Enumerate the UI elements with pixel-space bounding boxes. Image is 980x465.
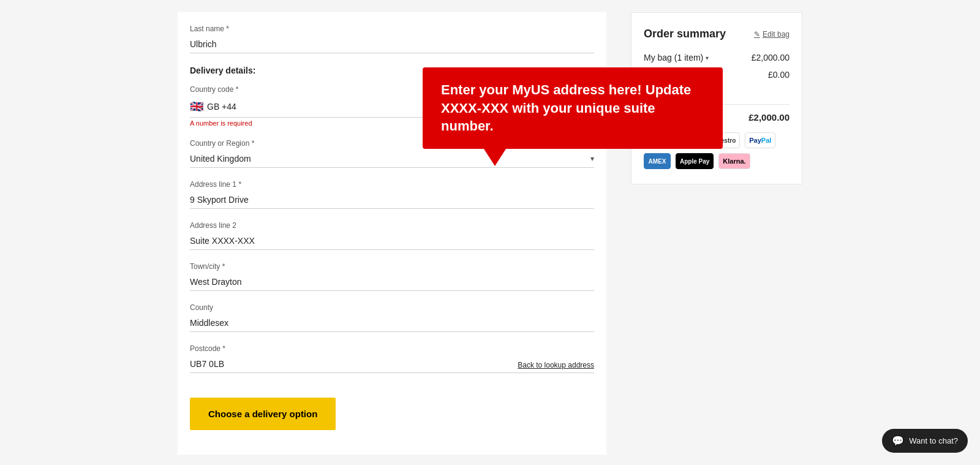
postcode-field: Postcode * Back to lookup address bbox=[190, 344, 594, 373]
choose-delivery-button[interactable]: Choose a delivery option bbox=[190, 398, 336, 430]
paypal-icon: PayPal bbox=[745, 132, 775, 148]
last-name-input[interactable] bbox=[190, 36, 594, 53]
tooltip-line1: Enter your MyUS address here! Update bbox=[441, 82, 691, 97]
last-name-field: Last name * bbox=[190, 25, 594, 53]
bag-price: £2,000.00 bbox=[752, 53, 790, 62]
edit-bag-link[interactable]: ✎ Edit bag bbox=[754, 30, 790, 39]
my-bag-text: My bag (1 item) bbox=[644, 53, 703, 62]
total-price: £2,000.00 bbox=[748, 112, 790, 123]
edit-bag-label: Edit bag bbox=[763, 30, 790, 39]
address2-input[interactable] bbox=[190, 232, 594, 250]
country-region-select[interactable]: United Kingdom bbox=[190, 154, 594, 164]
chat-bubble-icon: 💬 bbox=[892, 435, 904, 447]
address2-label: Address line 2 bbox=[190, 221, 594, 230]
address1-input[interactable] bbox=[190, 191, 594, 209]
chat-label: Want to chat? bbox=[909, 436, 958, 445]
county-input[interactable] bbox=[190, 314, 594, 332]
summary-title: Order summary bbox=[644, 28, 726, 40]
bag-row: My bag (1 item) ▾ £2,000.00 bbox=[644, 53, 790, 62]
checkout-form: Last name * Delivery details: Enter your… bbox=[178, 12, 606, 455]
bag-label: My bag (1 item) ▾ bbox=[644, 53, 709, 62]
tooltip-line2: XXXX-XXX with your unique suite number. bbox=[441, 100, 655, 134]
edit-icon: ✎ bbox=[754, 30, 760, 39]
town-input[interactable] bbox=[190, 273, 594, 291]
address2-field: Address line 2 bbox=[190, 221, 594, 250]
address1-field: Address line 1 * bbox=[190, 180, 594, 209]
town-field: Town/city * bbox=[190, 262, 594, 291]
applepay-icon: Apple Pay bbox=[676, 153, 714, 169]
gb-flag-icon: 🇬🇧 bbox=[190, 100, 203, 113]
county-field: County bbox=[190, 303, 594, 332]
country-code-text: GB +44 bbox=[207, 102, 236, 112]
back-to-lookup-link[interactable]: Back to lookup address bbox=[518, 361, 594, 369]
postcode-label: Postcode * bbox=[190, 344, 594, 353]
last-name-label: Last name * bbox=[190, 25, 594, 33]
summary-header: Order summary ✎ Edit bag bbox=[644, 28, 790, 40]
amex-icon: AMEX bbox=[644, 153, 671, 169]
bag-chevron-icon: ▾ bbox=[706, 55, 709, 61]
klarna-icon: Klarna. bbox=[718, 153, 750, 169]
address1-label: Address line 1 * bbox=[190, 180, 594, 189]
delivery-price: £0.00 bbox=[768, 70, 790, 80]
chat-widget[interactable]: 💬 Want to chat? bbox=[882, 429, 968, 453]
county-label: County bbox=[190, 303, 594, 312]
country-region-select-wrapper[interactable]: United Kingdom ▾ bbox=[190, 150, 594, 168]
tooltip-bubble: Enter your MyUS address here! Update XXX… bbox=[423, 67, 723, 149]
town-label: Town/city * bbox=[190, 262, 594, 271]
